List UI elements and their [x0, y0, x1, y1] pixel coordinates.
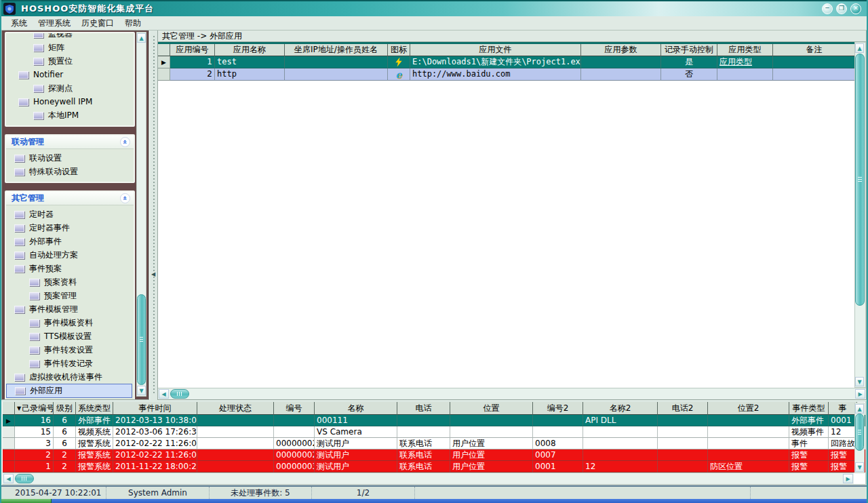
event-row[interactable]: 12报警系统2011-11-22 18:00:2700000003测试用户联系电…: [3, 461, 865, 472]
event-table-header: ▼己录编号级别系统类型事件时间处理状态编号名称电话位置编号2名称2电话2位置2事…: [3, 402, 865, 415]
column-header[interactable]: 编号: [274, 402, 315, 415]
column-header[interactable]: 名称: [315, 402, 397, 415]
sidebar-item[interactable]: 本地IPM: [6, 108, 134, 122]
column-header[interactable]: 应用文件: [410, 44, 581, 56]
column-header[interactable]: 记录手动控制: [661, 44, 717, 56]
column-header[interactable]: 事件类型: [789, 402, 829, 415]
column-header[interactable]: ▼己录编号: [15, 402, 54, 415]
scrollbar-thumb[interactable]: [15, 474, 34, 483]
scroll-left-icon[interactable]: ◀: [159, 389, 169, 399]
column-header[interactable]: 应用名称: [215, 44, 285, 56]
sidebar-item[interactable]: 事件模板资料: [6, 316, 134, 329]
event-row[interactable]: ▶166外部事件2012-03-13 10:38:04000111API DLL…: [3, 415, 865, 426]
sidebar-item[interactable]: 预案资料: [6, 275, 134, 289]
column-header[interactable]: 应用类型: [717, 44, 773, 56]
column-header[interactable]: 事: [829, 402, 857, 415]
scroll-up-icon[interactable]: ▲: [855, 43, 864, 53]
main-vertical-scrollbar[interactable]: ▲ ▼: [854, 42, 866, 388]
sidebar-item[interactable]: 事件预案: [6, 262, 134, 275]
scrollbar-thumb[interactable]: [137, 294, 146, 385]
sidebar-item[interactable]: 监视器: [6, 32, 134, 41]
folder-checkbox-icon: [14, 374, 24, 381]
sidebar-item[interactable]: Notifier: [6, 68, 134, 81]
main-horizontal-scrollbar[interactable]: ◀ ▶: [158, 388, 866, 399]
scrollbar-thumb[interactable]: [855, 54, 865, 306]
scroll-up-icon[interactable]: ▲: [137, 33, 146, 43]
sidebar-item[interactable]: 自动处理方案: [6, 248, 134, 262]
column-header[interactable]: 电话: [397, 402, 450, 415]
folder-checkbox-icon: [33, 44, 43, 52]
sidebar-item[interactable]: 特殊联动设置: [6, 165, 134, 178]
column-header[interactable]: 处理状态: [197, 402, 274, 415]
event-row[interactable]: 22报警系统2012-02-22 11:26:0200000002测试用户联系电…: [3, 449, 865, 461]
menu-item[interactable]: 历史窗口: [76, 18, 119, 29]
sidebar-item[interactable]: 定时器事件: [6, 221, 134, 235]
sidebar-item[interactable]: 事件转发设置: [6, 343, 134, 357]
folder-checkbox-icon: [33, 32, 43, 38]
column-header[interactable]: 位置2: [708, 402, 789, 415]
column-header[interactable]: 电话2: [658, 402, 708, 415]
scroll-up-icon[interactable]: ▲: [855, 404, 864, 414]
scroll-down-icon[interactable]: ▼: [855, 462, 864, 472]
event-panel: ▼己录编号级别系统类型事件时间处理状态编号名称电话位置编号2名称2电话2位置2事…: [1, 400, 867, 485]
event-row[interactable]: 156视频系统2012-03-06 17:26:34VS Camera视频事件1…: [3, 426, 865, 438]
event-vertical-scrollbar[interactable]: ▲ ▼: [854, 403, 865, 473]
sidebar-group-header[interactable]: 联动管理«: [6, 136, 134, 149]
sidebar-group-header[interactable]: 其它管理«: [6, 192, 134, 205]
sidebar-item[interactable]: 定时器: [6, 207, 134, 221]
menu-item[interactable]: 帮助: [119, 18, 146, 29]
scroll-left-icon[interactable]: ◀: [3, 474, 14, 483]
column-header[interactable]: 编号2: [533, 402, 583, 415]
column-header[interactable]: 位置: [450, 402, 533, 415]
folder-checkbox-icon: [29, 279, 39, 286]
restore-button[interactable]: ❐: [836, 3, 847, 14]
collapse-splitter-icon[interactable]: ◀: [151, 271, 155, 277]
folder-checkbox-icon: [29, 292, 39, 300]
column-header[interactable]: 系统类型: [76, 402, 113, 415]
app-window: HOSHOO安防智能化集成平台 ─ ❐ ✕ 系统管理系统历史窗口帮助 监视器矩阵…: [0, 0, 868, 503]
event-horizontal-scrollbar[interactable]: ◀ ▶: [3, 472, 854, 484]
event-row[interactable]: 36报警系统2012-02-22 11:26:0200000002测试用户联系电…: [3, 438, 865, 449]
column-header[interactable]: 图标: [388, 44, 410, 56]
scroll-right-icon[interactable]: ▶: [855, 389, 865, 399]
table-row[interactable]: ▶1testE:\Downloads1\新建文件夹\Project1.exe是应…: [158, 56, 866, 68]
folder-checkbox-icon: [29, 333, 39, 340]
column-header[interactable]: 事件时间: [113, 402, 197, 415]
scroll-down-icon[interactable]: ▼: [137, 386, 146, 395]
collapse-chevron-icon[interactable]: «: [120, 137, 130, 147]
sidebar-item[interactable]: 预置位: [6, 54, 134, 68]
column-header[interactable]: 名称2: [583, 402, 658, 415]
current-row-arrow-icon: ▶: [161, 59, 166, 66]
sidebar-item[interactable]: 联动设置: [6, 151, 134, 165]
column-header[interactable]: 应用编号: [170, 44, 215, 56]
sidebar-item[interactable]: 虚拟接收机待送事件: [6, 370, 134, 384]
collapse-chevron-icon[interactable]: «: [120, 193, 130, 203]
table-row[interactable]: 2httpehttp://www.baidu.com否: [158, 68, 866, 81]
sidebar-item[interactable]: 探测点: [6, 81, 134, 95]
sort-descending-icon: ▼: [17, 405, 21, 411]
scroll-right-icon[interactable]: ▶: [843, 474, 853, 483]
scroll-down-icon[interactable]: ▼: [855, 377, 864, 386]
sidebar-item[interactable]: Honeywell IPM: [6, 95, 134, 108]
scrollbar-thumb[interactable]: [170, 389, 189, 399]
sidebar-scrollbar[interactable]: ▲ ▼: [136, 32, 146, 397]
column-header[interactable]: 坐席IP地址/操作员姓名: [285, 44, 388, 56]
scrollbar-thumb[interactable]: [855, 414, 864, 451]
start-button-sliver[interactable]: [1, 499, 52, 503]
sidebar-item[interactable]: TTS模板设置: [6, 329, 134, 343]
menu-item[interactable]: 管理系统: [33, 18, 76, 29]
menu-item[interactable]: 系统: [5, 18, 33, 29]
sidebar-item[interactable]: 外部事件: [6, 235, 134, 248]
minimize-button[interactable]: ─: [822, 3, 833, 14]
column-header[interactable]: 级别: [54, 402, 76, 415]
column-header[interactable]: 备注: [773, 44, 856, 56]
sidebar-item[interactable]: 事件模板管理: [6, 302, 134, 316]
ie-browser-icon: e: [396, 70, 402, 79]
sidebar-item[interactable]: 事件转发记录: [6, 357, 134, 370]
sidebar-item[interactable]: 预案管理: [6, 289, 134, 302]
close-button[interactable]: ✕: [850, 3, 861, 14]
sidebar-splitter[interactable]: ◀: [149, 31, 157, 400]
sidebar-item[interactable]: 矩阵: [6, 41, 134, 54]
column-header[interactable]: 应用参数: [581, 44, 661, 56]
sidebar-item-selected[interactable]: 外部应用: [6, 384, 132, 398]
